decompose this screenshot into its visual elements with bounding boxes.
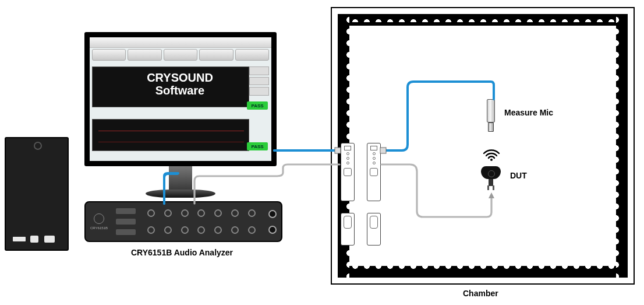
acoustic-foam xyxy=(616,14,628,278)
software-screenshot: CRYSOUND Software PASS PASS xyxy=(90,37,271,161)
plug-pins xyxy=(487,185,489,190)
pc-tower xyxy=(5,137,69,251)
headphone-jacks xyxy=(264,202,281,241)
pass-badge: PASS xyxy=(247,142,268,150)
pass-badge: PASS xyxy=(247,101,268,110)
power-plug-icon xyxy=(489,179,493,186)
dsub15-icon xyxy=(370,216,378,229)
monitor-stand xyxy=(169,166,192,192)
front-port xyxy=(44,236,55,243)
jack-icon xyxy=(268,226,277,234)
feedthrough-panel-outer-top xyxy=(341,143,355,201)
conn-dot-icon xyxy=(346,162,349,164)
brand-logo-icon xyxy=(94,213,104,224)
window-titlebar xyxy=(90,37,271,48)
conn-dot-icon xyxy=(373,162,376,164)
analyzer-model: CRY6151B xyxy=(90,226,108,230)
title-line1: CRYSOUND xyxy=(147,71,213,84)
bnc-port xyxy=(147,209,155,217)
mic-body xyxy=(487,99,495,122)
feedthrough-panel-inner-top xyxy=(367,143,381,201)
wireless-icon xyxy=(482,146,501,161)
chamber-label: Chamber xyxy=(463,289,498,298)
acoustic-foam xyxy=(338,14,628,26)
conn-dot-icon xyxy=(346,157,349,160)
bnc-port xyxy=(248,226,256,234)
monitor-base xyxy=(146,190,215,198)
side-tabs xyxy=(249,66,269,96)
analyzer-status-leds xyxy=(112,202,139,241)
svg-point-0 xyxy=(490,159,493,161)
front-port xyxy=(13,237,26,241)
bnc-port xyxy=(181,209,189,217)
feedthrough-panel-outer-bottom xyxy=(341,213,355,246)
bnc-port xyxy=(197,226,205,234)
analyzer-ports xyxy=(139,202,264,241)
rj45-icon xyxy=(370,146,377,150)
dut-label: DUT xyxy=(510,171,527,180)
title-line2: Software xyxy=(155,84,204,97)
speaker-icon xyxy=(481,166,501,179)
software-title: CRYSOUND Software xyxy=(107,71,253,97)
dsub-icon xyxy=(370,168,378,176)
analyzer-label: CRY6151B Audio Analyzer xyxy=(131,248,233,257)
conn-dot-icon xyxy=(373,157,376,160)
mic-capsule xyxy=(488,122,494,132)
monitor: CRYSOUND Software PASS PASS xyxy=(84,32,277,166)
conn-dot-icon xyxy=(373,152,376,155)
bnc-port xyxy=(214,209,222,217)
bnc-port xyxy=(248,209,256,217)
dsub-icon xyxy=(344,168,352,176)
noise-plot xyxy=(92,119,249,151)
measurement-microphone xyxy=(487,99,495,134)
front-port xyxy=(30,236,38,243)
power-button-icon xyxy=(34,142,42,150)
bnc-port xyxy=(181,226,189,234)
bnc-port xyxy=(231,226,239,234)
feedthrough-panel-inner-bottom xyxy=(367,213,381,246)
toolbar-buttons xyxy=(92,49,269,61)
audio-analyzer: CRY6151B xyxy=(84,201,282,242)
bnc-port xyxy=(164,226,172,234)
conn-dot-icon xyxy=(346,152,349,155)
mic-label: Measure Mic xyxy=(504,108,553,117)
dsub15-icon xyxy=(344,216,352,229)
device-under-test xyxy=(481,166,501,187)
bnc-port xyxy=(147,226,155,234)
rj45-icon xyxy=(344,146,351,150)
bnc-port xyxy=(197,209,205,217)
bnc-port xyxy=(231,209,239,217)
bnc-port xyxy=(164,209,172,217)
jack-icon xyxy=(268,210,277,218)
acoustic-foam xyxy=(338,266,628,278)
bnc-port xyxy=(214,226,222,234)
analyzer-brand-plate: CRY6151B xyxy=(86,202,112,241)
